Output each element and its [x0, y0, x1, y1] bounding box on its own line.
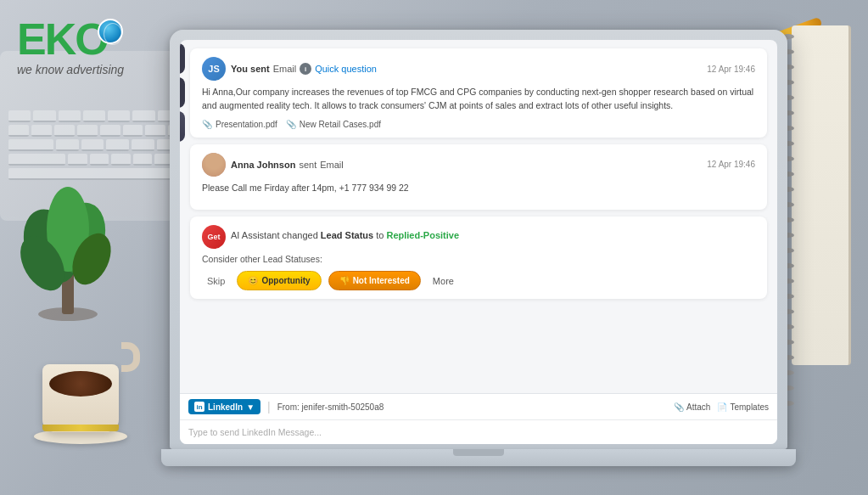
- ai-consider-text: Consider other Lead Statuses:: [202, 254, 755, 264]
- key: [81, 139, 104, 151]
- reply-message-card: Anna Johnson sent Email 12 Apr 19:46 Ple…: [190, 144, 767, 211]
- skip-button[interactable]: Skip: [202, 273, 230, 290]
- paperclip-icon-2: 📎: [286, 120, 296, 129]
- ai-label: AI Assistant: [231, 230, 279, 240]
- anna-face: [202, 153, 226, 177]
- attach-label: Attach: [686, 402, 710, 412]
- key: [8, 139, 53, 151]
- sender-avatar: JS: [202, 57, 226, 81]
- coffee-cup-decoration: [25, 325, 144, 444]
- attach-button[interactable]: 📎 Attach: [674, 402, 710, 412]
- compose-area: in LinkedIn ▼ | From: jenifer-smith-5025…: [180, 393, 777, 444]
- laptop-base: [161, 449, 796, 466]
- laptop: × ESC JS: [170, 30, 787, 470]
- ai-assistant-card: Get AI Assistant changed Lead Status to …: [190, 217, 767, 299]
- key: [8, 154, 65, 166]
- key: [100, 125, 120, 137]
- templates-button[interactable]: 📄 Templates: [717, 402, 769, 412]
- ai-avatar: Get: [202, 225, 226, 249]
- reply-body: Please Call me Firday after 14pm, +1 777…: [202, 182, 755, 195]
- avatar-initials: JS: [208, 64, 219, 74]
- key: [133, 154, 152, 166]
- ai-status-value[interactable]: Replied-Positive: [386, 230, 459, 240]
- templates-label: Templates: [730, 402, 769, 412]
- eko-logo: EKO we know advertising: [17, 17, 124, 76]
- key: [54, 125, 75, 137]
- channel-label: Email: [273, 64, 297, 74]
- ai-header: Get AI Assistant changed Lead Status to …: [202, 225, 755, 249]
- templates-icon: 📄: [717, 402, 727, 412]
- opportunity-button[interactable]: 😊 Opportunity: [237, 271, 321, 290]
- eko-tagline: we know advertising: [17, 63, 124, 76]
- ai-preposition: to: [376, 230, 386, 240]
- cup-body: [42, 364, 119, 432]
- card-controls: × ESC: [180, 43, 185, 142]
- reply-channel: Email: [320, 160, 344, 170]
- key: [111, 154, 130, 166]
- compose-separator: |: [267, 400, 271, 413]
- compose-toolbar: in LinkedIn ▼ | From: jenifer-smith-5025…: [180, 394, 777, 420]
- attachments: 📎 Presentation.pdf 📎 New Retail Cases.pd…: [202, 120, 755, 129]
- key: [123, 125, 143, 137]
- plant-decoration: [17, 170, 119, 323]
- coffee-liquid: [49, 371, 112, 397]
- ai-avatar-label: Get: [207, 233, 220, 241]
- esc-button[interactable]: ESC: [180, 77, 185, 108]
- key: [77, 125, 98, 137]
- opportunity-emoji: 😊: [248, 276, 258, 285]
- plant-svg: [17, 170, 119, 323]
- reply-meta: Anna Johnson sent Email: [231, 160, 702, 170]
- key: [83, 110, 105, 122]
- eko-logo-text: EKO: [17, 14, 108, 64]
- messages-area: × ESC JS: [180, 40, 777, 393]
- key: [145, 125, 165, 137]
- email-message-card: × ESC JS: [190, 48, 767, 138]
- attachment-2[interactable]: 📎 New Retail Cases.pdf: [286, 120, 381, 129]
- linkedin-icon: in: [194, 402, 204, 412]
- subject-link[interactable]: Quick question: [315, 64, 377, 74]
- notebook-decoration: [792, 25, 851, 365]
- email-body: Hi Anna,Our company increases the revenu…: [202, 86, 755, 113]
- message-meta: You sent Email i Quick question: [231, 63, 702, 75]
- compose-input-placeholder[interactable]: Type to send LinkedIn Message...: [180, 420, 777, 444]
- attachment-2-label: New Retail Cases.pdf: [300, 120, 381, 129]
- key: [106, 139, 129, 151]
- info-icon: i: [300, 63, 311, 75]
- opportunity-label: Opportunity: [261, 276, 310, 285]
- not-interested-button[interactable]: 👎 Not Interested: [328, 271, 421, 290]
- key: [8, 110, 31, 122]
- reply-timestamp: 12 Apr 19:46: [707, 160, 755, 169]
- anna-name: Anna Johnson: [231, 160, 295, 170]
- attachment-1[interactable]: 📎 Presentation.pdf: [202, 120, 277, 129]
- laptop-screen: × ESC JS: [180, 40, 777, 444]
- paperclip-icon-1: 📎: [202, 120, 212, 129]
- linkedin-label: LinkedIn: [208, 402, 243, 412]
- key: [8, 125, 29, 137]
- ai-action: changed: [283, 230, 321, 240]
- email-header: JS You sent Email i Quick question 12 Ap…: [202, 57, 755, 81]
- key: [33, 110, 55, 122]
- linkedin-dropdown-icon: ▼: [246, 402, 255, 412]
- anna-avatar: [202, 153, 226, 177]
- compose-from: From: jenifer-smith-50250a8: [277, 402, 667, 412]
- ai-action-buttons: Skip 😊 Opportunity 👎 Not Interested More: [202, 271, 755, 290]
- key: [90, 154, 109, 166]
- linkedin-channel-selector[interactable]: in LinkedIn ▼: [188, 399, 260, 414]
- ai-field: Lead Status: [321, 230, 373, 240]
- reply-sent-label: sent: [299, 160, 316, 170]
- close-button[interactable]: ×: [180, 43, 185, 74]
- circle-button[interactable]: [180, 111, 185, 142]
- ai-status-text: AI Assistant changed Lead Status to Repl…: [231, 230, 459, 240]
- cup-handle: [121, 342, 140, 372]
- key: [68, 154, 87, 166]
- cup-band: [42, 425, 119, 431]
- key: [132, 139, 154, 151]
- more-button[interactable]: More: [428, 273, 459, 290]
- laptop-notch: [453, 449, 504, 456]
- key: [31, 125, 52, 137]
- globe-icon: [98, 19, 123, 44]
- key: [108, 110, 130, 122]
- crm-interface: × ESC JS: [180, 40, 777, 444]
- key: [56, 139, 79, 151]
- reply-header: Anna Johnson sent Email 12 Apr 19:46: [202, 153, 755, 177]
